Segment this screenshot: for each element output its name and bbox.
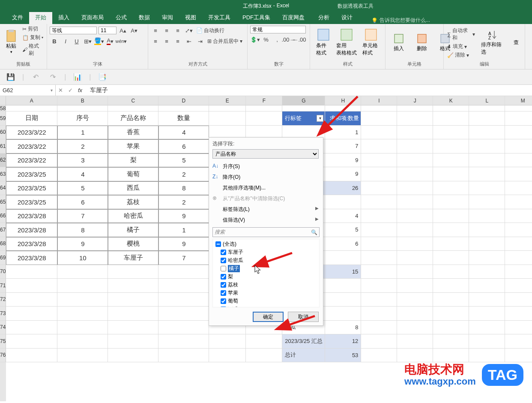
cell[interactable]: [6, 307, 57, 321]
inc-decimal-icon[interactable]: .00→: [284, 35, 293, 44]
cell[interactable]: [325, 293, 361, 307]
insert-cells-button[interactable]: 插入: [388, 32, 409, 53]
cell[interactable]: 9: [158, 209, 209, 223]
align-bot-icon[interactable]: ≡: [173, 26, 182, 35]
copy-button[interactable]: 📋 复制▾: [21, 33, 44, 42]
cell[interactable]: [433, 251, 469, 265]
save-icon[interactable]: 💾: [5, 72, 16, 83]
cell[interactable]: [108, 334, 158, 349]
colhead-C[interactable]: C: [108, 96, 158, 105]
cell[interactable]: [6, 105, 57, 111]
cell[interactable]: 8: [325, 321, 361, 335]
tab-dev[interactable]: 开发工具: [202, 12, 236, 24]
cut-button[interactable]: ✂ 剪切: [21, 25, 44, 33]
cell[interactable]: 8: [57, 223, 108, 237]
cell[interactable]: [325, 195, 361, 209]
cell[interactable]: 2023/3/28: [6, 209, 57, 223]
bold-button[interactable]: B: [50, 36, 59, 46]
indent-inc-icon[interactable]: ⇥: [195, 36, 205, 46]
cell[interactable]: 2023/3/22: [6, 153, 57, 168]
cell[interactable]: [57, 279, 108, 293]
cell[interactable]: [505, 139, 532, 153]
filter-checklist[interactable]: (全选)车厘子哈密瓜橘子梨荔枝苹果葡萄西瓜香蕉: [212, 239, 320, 307]
cell[interactable]: [158, 279, 209, 293]
cell-style-button[interactable]: 单元格样式: [359, 27, 383, 57]
align-center-icon[interactable]: ≡: [162, 36, 171, 46]
filter-item[interactable]: 梨: [215, 273, 317, 281]
colhead-E[interactable]: E: [209, 96, 246, 105]
cell[interactable]: 53: [325, 349, 361, 363]
rowhead-70[interactable]: 70: [0, 265, 6, 279]
cell[interactable]: [505, 251, 532, 265]
cell[interactable]: [433, 167, 469, 181]
colhead-A[interactable]: A: [6, 96, 57, 105]
cell[interactable]: [361, 279, 397, 293]
filter-checkbox[interactable]: [221, 307, 226, 307]
cell[interactable]: [6, 293, 57, 307]
cell[interactable]: [361, 139, 397, 153]
font-color-button[interactable]: A▾: [105, 36, 115, 46]
cell[interactable]: 9: [325, 167, 361, 181]
colhead-B[interactable]: B: [57, 96, 108, 105]
comma-icon[interactable]: ,: [272, 35, 282, 44]
cell[interactable]: [469, 105, 505, 111]
cell[interactable]: [433, 293, 469, 307]
cell[interactable]: [57, 334, 108, 349]
cell[interactable]: [158, 265, 209, 279]
cell[interactable]: [505, 293, 532, 307]
cell[interactable]: [108, 349, 158, 363]
qat-icon-2[interactable]: 📑: [97, 72, 108, 83]
delete-cells-button[interactable]: 删除: [411, 32, 433, 53]
cell[interactable]: [361, 307, 397, 321]
cell[interactable]: 香蕉: [108, 126, 158, 140]
cell[interactable]: [433, 139, 469, 153]
cell[interactable]: [469, 293, 505, 307]
autosum-button[interactable]: ∑ 自动求和 ▾: [446, 27, 476, 42]
cell[interactable]: [397, 279, 433, 293]
filter-item[interactable]: 苹果: [215, 289, 317, 297]
cell[interactable]: 2: [57, 139, 108, 153]
merge-center-button[interactable]: ⊞ 合并后居中 ▾: [206, 37, 243, 45]
cell[interactable]: 2023/3/25: [6, 167, 57, 181]
cell[interactable]: [505, 321, 532, 335]
cell[interactable]: [469, 209, 505, 223]
cell[interactable]: 车厘子: [108, 251, 158, 265]
cell[interactable]: 梨: [108, 153, 158, 168]
cell[interactable]: [505, 349, 532, 363]
fill-color-button[interactable]: 🪣▾: [94, 36, 104, 46]
ok-button[interactable]: 确定: [253, 312, 284, 322]
clear-button[interactable]: 🧹 清除 ▾: [446, 51, 476, 59]
rowhead-69[interactable]: 69: [0, 251, 6, 265]
rowhead-60[interactable]: 60: [0, 126, 6, 140]
colhead-J[interactable]: J: [397, 96, 433, 105]
field-select[interactable]: 产品名称: [212, 149, 319, 159]
cell[interactable]: [397, 209, 433, 223]
cell[interactable]: [505, 307, 532, 321]
cell[interactable]: [433, 321, 469, 335]
cell[interactable]: [361, 321, 397, 335]
colhead-I[interactable]: I: [361, 96, 397, 105]
sort-desc-item[interactable]: Z↓降序(O): [209, 172, 323, 183]
cell[interactable]: [505, 181, 532, 195]
cell[interactable]: [246, 349, 282, 363]
filter-checkbox[interactable]: [221, 290, 226, 296]
rowhead-76[interactable]: 76: [0, 349, 6, 363]
cell[interactable]: [397, 126, 433, 140]
cell[interactable]: 樱桃: [108, 237, 158, 251]
cell[interactable]: [469, 349, 505, 363]
indent-dec-icon[interactable]: ⇤: [184, 36, 194, 46]
cell[interactable]: [433, 111, 469, 126]
rowhead-66[interactable]: 66: [0, 209, 6, 223]
cell[interactable]: [433, 237, 469, 251]
name-box[interactable]: G62: [0, 85, 56, 96]
cell[interactable]: [158, 293, 209, 307]
cell[interactable]: [361, 195, 397, 209]
colhead-D[interactable]: D: [158, 96, 209, 105]
rowhead-59[interactable]: 59: [0, 111, 6, 126]
find-button[interactable]: 查: [511, 38, 522, 47]
cell[interactable]: [469, 181, 505, 195]
cell[interactable]: [246, 105, 282, 111]
cell[interactable]: [505, 265, 532, 279]
cell[interactable]: [433, 126, 469, 140]
cell[interactable]: [469, 321, 505, 335]
